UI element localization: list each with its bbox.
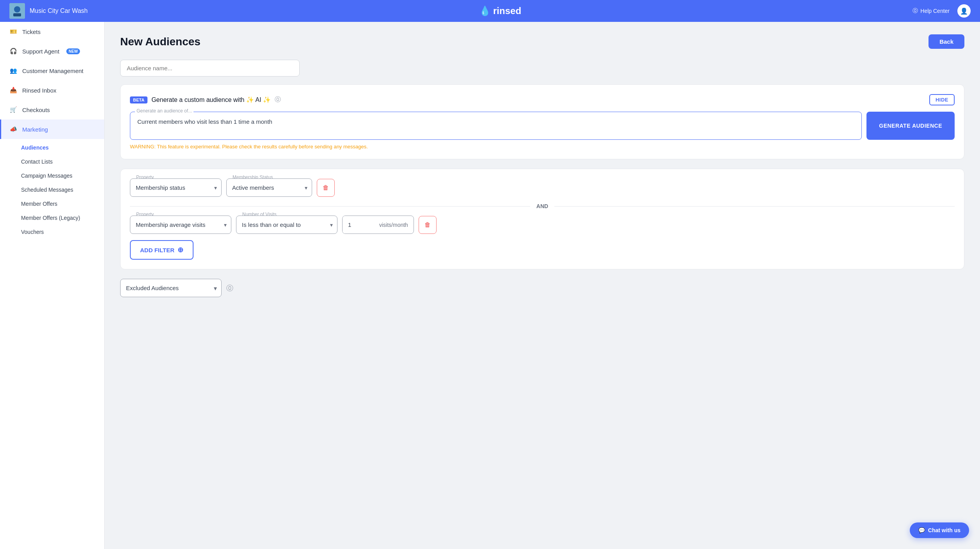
trash-icon: 🗑 [323,184,329,191]
trash-icon: 🗑 [424,221,431,228]
hide-button[interactable]: HIDE [929,94,955,105]
sidebar-sub-item-scheduled-messages[interactable]: Scheduled Messages [0,183,104,197]
sidebar-sub-item-member-offers-legacy[interactable]: Member Offers (Legacy) [0,211,104,225]
generate-audience-button[interactable]: GENERATE AUDIENCE [866,112,955,140]
ai-generate-card: BETA Generate a custom audience with ✨ A… [120,84,964,159]
ai-title: Generate a custom audience with ✨ AI ✨ [151,96,271,103]
excluded-audiences-select[interactable]: Excluded Audiences [120,279,222,297]
ai-input-label: Generate an audience of... [135,108,194,114]
drop-icon: 💧 [479,5,491,16]
inbox-icon: 📥 [9,86,18,94]
sidebar-sub-item-vouchers[interactable]: Vouchers [0,225,104,239]
divider-line-right [554,206,955,207]
plus-circle-icon: ⊕ [178,246,183,254]
sidebar-sub-item-member-offers[interactable]: Member Offers [0,197,104,211]
filter2-property-field: Property Membership status Membership av… [130,216,231,234]
top-nav-right: ⓪ Help Center 👤 [913,4,971,18]
company-name: Music City Car Wash [30,7,88,14]
user-icon: 👤 [960,7,968,15]
sidebar-item-checkouts[interactable]: 🛒 Checkouts [0,100,104,119]
main-content: New Audiences Back BETA Generate a custo… [105,22,980,549]
ai-input-wrapper: Generate an audience of... [130,112,862,140]
sidebar-item-label: Customer Management [22,68,83,74]
audience-name-input[interactable] [120,60,300,77]
sidebar-sub-item-audiences[interactable]: Audiences [0,141,104,155]
ticket-icon: 🎫 [9,27,18,36]
sidebar-sub-item-contact-lists[interactable]: Contact Lists [0,155,104,169]
brand-logo: 💧 rinsed [479,5,521,16]
excluded-help-icon[interactable]: ⓪ [226,283,233,293]
sidebar-item-label: Tickets [22,29,41,35]
filter-row-2: Property Membership status Membership av… [130,216,955,234]
sidebar-item-customer-management[interactable]: 👥 Customer Management [0,61,104,80]
sidebar-item-support-agent[interactable]: 🎧 Support Agent NEW [0,41,104,61]
megaphone-icon: 📣 [9,125,18,134]
help-center-button[interactable]: ⓪ Help Center [913,7,950,14]
filter2-visits-select-wrapper: Is less than or equal to Is greater than… [236,216,337,234]
add-filter-button[interactable]: ADD FILTER ⊕ [130,240,194,260]
filter1-property-select[interactable]: Membership status Membership average vis… [130,178,222,197]
users-icon: 👥 [9,66,18,75]
help-icon[interactable]: ⓪ [275,96,281,104]
filter1-status-select-wrapper: Active members Inactive members All memb… [226,178,312,197]
chat-with-us-button[interactable]: 💬 Chat with us [910,522,969,538]
sidebar-sub-item-campaign-messages[interactable]: Campaign Messages [0,169,104,183]
sidebar-item-label: Rinsed Inbox [22,87,57,94]
ai-textarea[interactable] [132,114,860,136]
filter2-visits-number-input[interactable] [343,216,374,234]
and-divider: AND [130,203,955,209]
filter1-delete-button[interactable]: 🗑 [317,179,335,197]
new-badge: NEW [66,48,80,54]
excluded-audiences-wrapper: Excluded Audiences ▾ [120,279,222,297]
user-avatar[interactable]: 👤 [957,4,971,18]
ai-card-header: BETA Generate a custom audience with ✨ A… [130,94,955,105]
audience-name-section [120,60,964,77]
ai-card-header-left: BETA Generate a custom audience with ✨ A… [130,96,281,104]
svg-rect-2 [13,13,21,16]
brand-logo-text: 💧 rinsed [479,5,521,16]
ai-input-row: Generate an audience of... GENERATE AUDI… [130,112,955,140]
company-logo [9,3,25,19]
beta-badge: BETA [130,96,147,103]
warning-text: WARNING: This feature is experimental. P… [130,144,955,150]
filters-card: Property Membership status Membership av… [120,169,964,269]
sidebar-item-label: Checkouts [22,107,50,113]
sidebar: 🎫 Tickets 🎧 Support Agent NEW 👥 Customer… [0,22,105,549]
filter2-visits-condition-select[interactable]: Is less than or equal to Is greater than… [236,216,337,234]
page-title: New Audiences [120,36,201,48]
and-label: AND [536,203,548,209]
excluded-audiences-section: Excluded Audiences ▾ ⓪ [120,279,964,297]
top-nav: Music City Car Wash 💧 rinsed ⓪ Help Cent… [0,0,980,22]
filter1-property-select-wrapper: Membership status Membership average vis… [130,178,222,197]
divider-line-left [130,206,530,207]
svg-point-1 [14,6,20,12]
filter-row-1: Property Membership status Membership av… [130,178,955,197]
main-layout: 🎫 Tickets 🎧 Support Agent NEW 👥 Customer… [0,22,980,549]
filter1-status-field: Membership Status Active members Inactiv… [226,178,312,197]
filter2-visits-condition-field: Number of Visits Is less than or equal t… [236,216,337,234]
filter2-visits-value-wrapper: visits/month [342,216,414,234]
filter2-property-select-wrapper: Membership status Membership average vis… [130,216,231,234]
filter2-delete-button[interactable]: 🗑 [419,216,437,234]
page-header: New Audiences Back [120,34,964,49]
sidebar-item-rinsed-inbox[interactable]: 📥 Rinsed Inbox [0,80,104,100]
top-nav-left: Music City Car Wash [9,3,88,19]
visits-unit-label: visits/month [374,222,414,228]
back-button[interactable]: Back [929,34,964,49]
marketing-sub-menu: Audiences Contact Lists Campaign Message… [0,139,104,239]
sidebar-item-label: Marketing [22,126,48,133]
sidebar-item-marketing[interactable]: 📣 Marketing [0,119,104,139]
cart-icon: 🛒 [9,105,18,114]
add-filter-section: ADD FILTER ⊕ [130,240,955,260]
help-circle-icon: ⓪ [913,7,918,14]
filter1-property-field: Property Membership status Membership av… [130,178,222,197]
headset-icon: 🎧 [9,47,18,55]
sidebar-item-tickets[interactable]: 🎫 Tickets [0,22,104,41]
filter1-status-select[interactable]: Active members Inactive members All memb… [226,178,312,197]
chat-icon: 💬 [918,527,925,533]
sidebar-item-label: Support Agent [22,48,59,55]
filter2-property-select[interactable]: Membership status Membership average vis… [130,216,231,234]
